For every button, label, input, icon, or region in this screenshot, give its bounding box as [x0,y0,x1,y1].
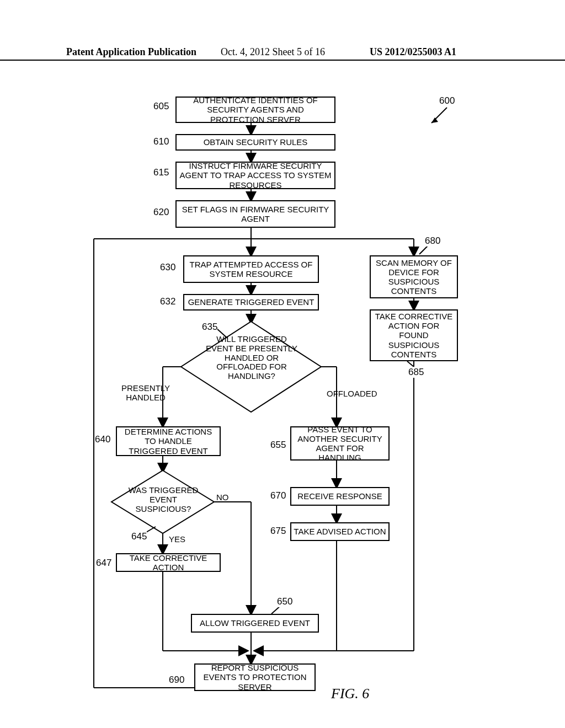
svg-marker-34 [431,117,438,123]
ref-670: 670 [270,490,286,501]
branch-no: NO [216,493,229,502]
header-left: Patent Application Publication [66,46,196,58]
box-610: OBTAIN SECURITY RULES [175,134,335,151]
box-675: TAKE ADVISED ACTION [290,522,390,541]
flowchart: 600 605 610 615 620 630 632 635 640 645 … [61,91,491,709]
page-header: Patent Application Publication Oct. 4, 2… [0,46,565,61]
box-655: PASS EVENT TO ANOTHER SECURITY AGENT FOR… [290,426,390,461]
ref-647: 647 [96,558,111,569]
ref-655: 655 [270,440,286,451]
ref-640: 640 [95,434,110,445]
figure-label: FIG. 6 [331,686,369,702]
box-640: DETERMINE ACTIONS TO HANDLE TRIGGERED EV… [116,426,221,456]
ref-680: 680 [425,235,440,247]
box-647: TAKE CORRECTIVE ACTION [116,553,221,572]
branch-presently: PRESENTLY HANDLED [120,383,171,402]
box-650: ALLOW TRIGGERED EVENT [191,614,319,633]
ref-610: 610 [153,136,169,147]
box-620: SET FLAGS IN FIRMWARE SECURITY AGENT [175,200,335,228]
ref-650: 650 [277,596,292,607]
box-690: REPORT SUSPICIOUS EVENTS TO PROTECTION S… [194,663,316,691]
header-mid: Oct. 4, 2012 Sheet 5 of 16 [221,46,325,58]
ref-600: 600 [439,95,455,106]
box-685: TAKE CORRECTIVE ACTION FOR FOUND SUSPICI… [370,309,458,361]
box-615: INSTRUCT FIRMWARE SECURITY AGENT TO TRAP… [175,162,335,189]
ref-690: 690 [169,675,184,686]
page: Patent Application Publication Oct. 4, 2… [0,0,565,728]
ref-615: 615 [153,167,169,178]
ref-685: 685 [408,367,424,378]
box-680: SCAN MEMORY OF DEVICE FOR SUSPICIOUS CON… [370,255,458,298]
ref-632: 632 [160,296,175,307]
diamond-645-text: WAS TRIGGERED EVENT SUSPICIOUS? [127,486,200,513]
ref-620: 620 [153,207,169,218]
ref-605: 605 [153,101,169,112]
box-670: RECEIVE RESPONSE [290,487,390,506]
ref-630: 630 [160,262,175,273]
box-605: AUTHENTICATE IDENTITIES OF SECURITY AGEN… [175,97,335,123]
box-630: TRAP ATTEMPTED ACCESS OF SYSTEM RESOURCE [183,255,319,283]
branch-offloaded: OFFLOADED [327,389,377,398]
box-632: GENERATE TRIGGERED EVENT [183,294,319,311]
svg-line-33 [431,108,447,123]
ref-635: 635 [202,322,217,333]
ref-645: 645 [131,531,147,542]
svg-line-39 [419,245,428,254]
branch-yes: YES [169,534,185,544]
header-right: US 2012/0255003 A1 [370,46,456,58]
ref-675: 675 [270,526,286,537]
svg-line-38 [407,361,414,367]
diamond-635-text: WILL TRIGGERED EVENT BE PRESENTLY HANDLE… [203,335,300,381]
svg-line-36 [146,527,156,532]
